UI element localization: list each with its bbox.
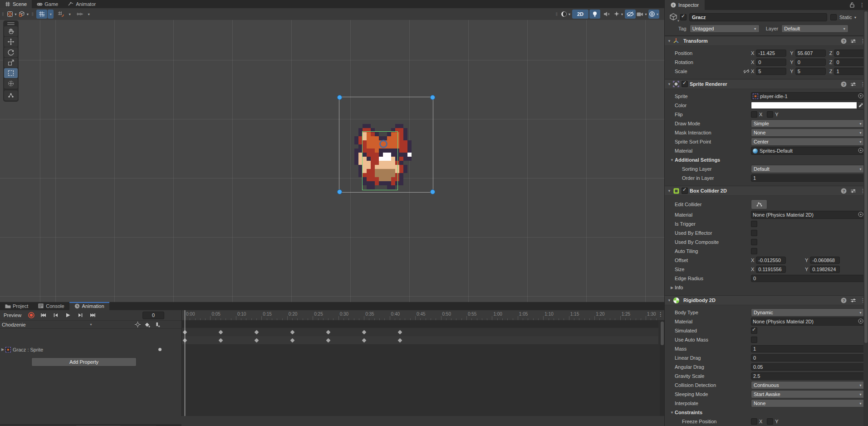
selection-handle-bottom-right[interactable]: [430, 189, 435, 194]
clip-dropdown[interactable]: Chodzenie ▼: [0, 322, 93, 327]
help-icon[interactable]: ?: [841, 297, 847, 303]
first-frame-button[interactable]: [38, 311, 49, 319]
track-key-indicator[interactable]: [158, 348, 162, 351]
scale-x-field[interactable]: 5: [756, 68, 786, 75]
interpolate-dropdown[interactable]: None▼: [751, 399, 865, 407]
component-header[interactable]: ▼Transform?⋮: [665, 36, 868, 46]
hand-tool[interactable]: [4, 26, 18, 36]
timeline-menu-icon[interactable]: ⋮: [658, 311, 663, 317]
draw-mode-dropdown[interactable]: Simple▼: [751, 119, 865, 128]
component-header[interactable]: ▼Rigidbody 2D?⋮: [665, 296, 868, 305]
scale-z-field[interactable]: 1: [834, 68, 865, 75]
rotate-tool[interactable]: [4, 47, 18, 57]
mass-field[interactable]: 1: [751, 345, 865, 352]
offset-x-field[interactable]: -0.012550: [756, 257, 786, 264]
audio-mute-button[interactable]: [601, 10, 612, 19]
simulated-checkbox[interactable]: [751, 327, 757, 334]
offset-y-field[interactable]: -0.060868: [810, 257, 840, 264]
object-picker-icon[interactable]: [858, 93, 863, 99]
foldout-arrow-icon[interactable]: ▼: [667, 82, 672, 86]
linear-drag-field[interactable]: 0: [751, 354, 865, 362]
component-header[interactable]: ▼Box Collider 2D?⋮: [665, 186, 868, 196]
sprite-sort-point-dropdown[interactable]: Center▼: [751, 138, 865, 146]
add-event-button[interactable]: [152, 321, 162, 328]
selection-handle-bottom-left[interactable]: [337, 189, 342, 194]
scene-lighting-button[interactable]: [589, 10, 600, 19]
auto-tiling-checkbox[interactable]: [751, 248, 757, 254]
foldout-row[interactable]: ▼Additional Settings: [665, 157, 720, 163]
use-auto-mass-checkbox[interactable]: [751, 337, 757, 343]
used-by-composite-checkbox[interactable]: [751, 239, 757, 245]
custom-editor-tool[interactable]: [4, 90, 18, 100]
help-icon[interactable]: ?: [841, 188, 847, 194]
used-by-effector-checkbox[interactable]: [751, 230, 757, 236]
help-icon[interactable]: ?: [841, 81, 847, 87]
lock-icon[interactable]: [849, 2, 855, 8]
keyframe-indicator-button[interactable]: [132, 321, 142, 328]
inspector-scroll-thumb[interactable]: [864, 11, 868, 343]
palette-grip[interactable]: [3, 21, 19, 26]
tab-inspector[interactable]: i Inspector: [665, 0, 705, 10]
color-field[interactable]: [751, 102, 865, 109]
gameobject-name-field[interactable]: Gracz: [689, 13, 827, 21]
rotation-y-field[interactable]: 0: [795, 59, 826, 66]
body-type-dropdown[interactable]: Dynamic▼: [751, 308, 865, 317]
scale-tool[interactable]: [4, 58, 18, 68]
playhead[interactable]: [185, 310, 185, 416]
keyframe-diamond[interactable]: [254, 338, 259, 342]
position-y-field[interactable]: 55.607: [795, 50, 826, 57]
timeline-ruler[interactable]: 0:000:050:100:150:200:250:300:350:400:45…: [182, 310, 665, 321]
add-keyframe-button[interactable]: [142, 321, 152, 328]
keyframe-diamond[interactable]: [326, 338, 330, 342]
tab-game[interactable]: Game: [32, 0, 63, 8]
tab-scene[interactable]: Scene: [0, 0, 32, 8]
collision-detection-dropdown[interactable]: Continuous▼: [751, 381, 865, 389]
sprite-object-field[interactable]: player-idle-1: [751, 92, 865, 100]
foldout-arrow-icon[interactable]: ▼: [667, 39, 672, 43]
animated-property-row[interactable]: ▶ Gracz : Sprite: [0, 346, 181, 353]
gravity-scale-field[interactable]: 2.5: [751, 372, 865, 380]
keyframe-diamond[interactable]: [254, 330, 259, 334]
scale-y-field[interactable]: 5: [795, 68, 826, 75]
foldout-arrow-icon[interactable]: ▼: [667, 189, 672, 193]
keyframe-diamond[interactable]: [326, 330, 330, 334]
foldout-row[interactable]: ▼Constraints: [665, 410, 702, 415]
object-picker-icon[interactable]: [858, 318, 863, 325]
keyframe-diamond[interactable]: [362, 330, 366, 334]
edge-radius-field[interactable]: 0: [751, 275, 865, 282]
sleeping-mode-dropdown[interactable]: Start Awake▼: [751, 390, 865, 398]
help-icon[interactable]: ?: [841, 38, 847, 44]
keyframe-diamond[interactable]: [397, 330, 402, 334]
rect-tool[interactable]: [4, 68, 18, 78]
angular-drag-field[interactable]: 0.05: [751, 363, 865, 371]
inspector-scrollbar[interactable]: [863, 10, 868, 426]
effects-button[interactable]: ▼: [613, 10, 624, 19]
scene-viewport[interactable]: [0, 20, 664, 302]
gameobject-cube-icon[interactable]: ▼: [667, 12, 679, 22]
tab-project[interactable]: Project: [0, 302, 33, 310]
presets-icon[interactable]: [850, 297, 856, 303]
mask-interaction-dropdown[interactable]: None▼: [751, 129, 865, 137]
freeze-position-x-checkbox[interactable]: [751, 418, 757, 425]
play-button[interactable]: [62, 311, 74, 319]
tag-dropdown[interactable]: Untagged ▼: [690, 25, 760, 33]
keyframe-diamond[interactable]: [218, 338, 223, 342]
selection-handle-top-right[interactable]: [430, 95, 435, 100]
flip-y-checkbox[interactable]: [767, 111, 773, 118]
foldout-arrow-icon[interactable]: ▶: [0, 347, 5, 352]
next-frame-button[interactable]: [74, 311, 86, 319]
keyframe-diamond[interactable]: [290, 338, 294, 342]
scene-visibility-cube-button[interactable]: ▼: [19, 10, 29, 19]
color-swatch[interactable]: [751, 102, 857, 109]
object-picker-icon[interactable]: [858, 148, 863, 154]
flip-x-checkbox[interactable]: [751, 111, 757, 118]
material-object-field[interactable]: None (Physics Material 2D): [751, 211, 865, 219]
sorting-layer-dropdown[interactable]: Default▼: [751, 165, 865, 173]
component-enabled-checkbox[interactable]: [682, 81, 688, 87]
foldout-arrow-icon[interactable]: ▼: [669, 411, 675, 415]
hidden-objects-button[interactable]: [625, 10, 636, 19]
record-button[interactable]: [25, 311, 37, 319]
add-property-button[interactable]: Add Property: [31, 357, 137, 367]
last-frame-button[interactable]: [87, 311, 98, 319]
component-header[interactable]: ▼Sprite Renderer?⋮: [665, 79, 868, 89]
